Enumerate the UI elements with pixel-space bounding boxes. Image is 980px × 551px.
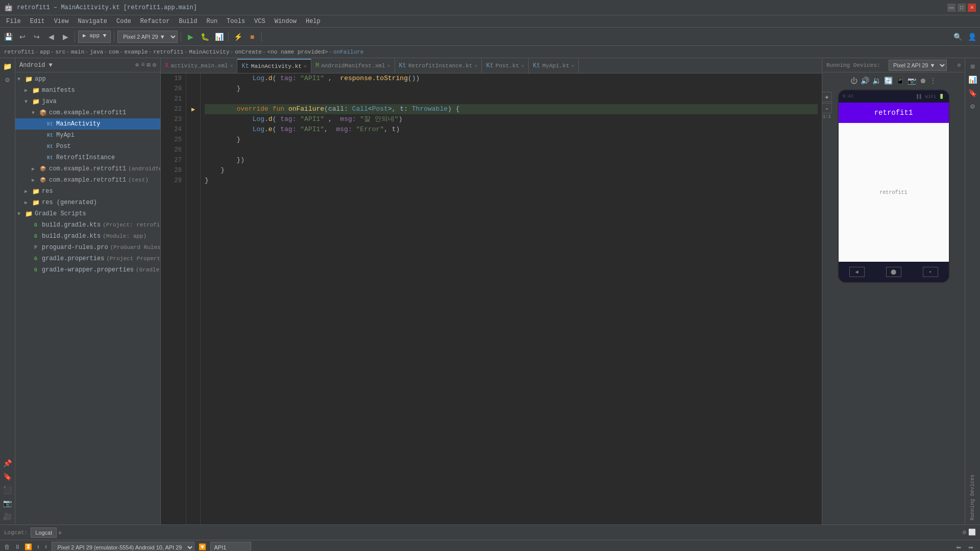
tree-item-build-gradle-project[interactable]: G build.gradle.kts (Project: retrofit1) xyxy=(15,219,160,231)
breadcrumb-item-3[interactable]: main xyxy=(71,49,84,55)
toolbar-apply-changes-btn[interactable]: ⚡ xyxy=(232,31,244,43)
logcat-icon-1[interactable]: ⬅ xyxy=(953,542,964,552)
breadcrumb-item-8[interactable]: MainActivity xyxy=(189,49,229,55)
project-panel-icon-gear[interactable]: ⚙ xyxy=(153,61,156,69)
close-button[interactable]: ✕ xyxy=(968,4,976,12)
device-back-btn[interactable]: ◀ xyxy=(849,267,865,277)
tree-item-java[interactable]: ▼ 📁 java xyxy=(15,96,160,107)
minimize-button[interactable]: — xyxy=(947,4,955,12)
tree-item-package[interactable]: ▼ 📦 com.example.retrofit1 xyxy=(15,107,160,118)
tree-item-app[interactable]: ▼ 📁 app xyxy=(15,73,160,85)
breadcrumb-item-active[interactable]: onFailure xyxy=(333,49,363,55)
right-icon-3[interactable]: 🔖 xyxy=(967,87,979,99)
tree-item-retrofitinstance[interactable]: Kt RetrofitInstance xyxy=(15,152,160,163)
device-home-btn[interactable]: ⬤ xyxy=(886,267,901,277)
menu-item-build[interactable]: Build xyxy=(175,17,201,26)
toolbar-profile-btn[interactable]: 📊 xyxy=(213,31,225,43)
menu-item-view[interactable]: View xyxy=(50,17,73,26)
code-editor[interactable]: 19 20 21 22 23 24 25 26 27 28 29 ▶ xyxy=(161,73,822,524)
right-panel-settings-icon[interactable]: ⚙ xyxy=(957,62,961,68)
toolbar-back-btn[interactable]: ◀ xyxy=(45,31,57,43)
breakpoint-icon[interactable]: ▶ xyxy=(191,106,195,113)
toolbar-undo-btn[interactable]: ↩ xyxy=(16,31,29,43)
device-rotate-icon[interactable]: 🔄 xyxy=(884,77,893,85)
tree-item-post[interactable]: Kt Post xyxy=(15,141,160,152)
bottom-settings-icon[interactable]: ⚙ xyxy=(963,529,966,536)
breadcrumb-item-4[interactable]: java xyxy=(90,49,103,55)
toolbar-run-btn[interactable]: ▶ xyxy=(184,31,197,43)
breadcrumb-item-9[interactable]: onCreate xyxy=(235,49,262,55)
menu-item-tools[interactable]: Tools xyxy=(223,17,249,26)
menu-item-vcs[interactable]: VCS xyxy=(250,17,270,26)
menu-item-edit[interactable]: Edit xyxy=(26,17,49,26)
breadcrumb-item-1[interactable]: app xyxy=(40,49,50,55)
tab-activity-main-xml[interactable]: X activity_main.xml ✕ xyxy=(161,59,237,73)
menu-item-window[interactable]: Window xyxy=(271,17,301,26)
right-icon-2[interactable]: 📊 xyxy=(967,73,979,86)
tree-item-gradle-scripts[interactable]: ▼ 📁 Gradle Scripts xyxy=(15,208,160,219)
add-logcat-tab-btn[interactable]: + xyxy=(58,529,62,537)
tab-mainactivity-kt[interactable]: Kt MainActivity.kt ✕ xyxy=(237,59,311,73)
activity-bottom2-icon[interactable]: 🔖 xyxy=(2,470,14,483)
tree-item-proguard[interactable]: P proguard-rules.pro (ProGuard Rules for… xyxy=(15,242,160,253)
device-volume-down-icon[interactable]: 🔉 xyxy=(872,77,881,85)
activity-bottom5-icon[interactable]: 🎥 xyxy=(2,510,14,522)
tree-item-manifests[interactable]: ▶ 📁 manifests xyxy=(15,85,160,96)
logcat-icon-2[interactable]: ➡ xyxy=(966,542,976,552)
code-content[interactable]: Log.d( tag: "API1" , response.toString()… xyxy=(201,73,822,524)
toolbar-search-btn[interactable]: 🔍 xyxy=(951,31,964,43)
device-filter-select[interactable]: Pixel 2 API 29 (emulator-5554) Android 1… xyxy=(52,542,194,552)
zoom-out-btn[interactable]: - xyxy=(822,103,832,113)
toolbar-device-select[interactable]: Pixel 2 API 29 ▼ xyxy=(117,31,178,43)
device-power-icon[interactable]: ⏻ xyxy=(850,77,857,85)
tree-item-androidtest[interactable]: ▶ 📦 com.example.retrofit1 (androidTest) xyxy=(15,163,160,174)
right-icon-4[interactable]: ⚙ xyxy=(967,100,979,112)
activity-commit-icon[interactable]: ⚙ xyxy=(2,73,14,86)
breadcrumb-item-5[interactable]: com xyxy=(109,49,119,55)
logcat-clear-icon[interactable]: 🗑 xyxy=(4,543,10,551)
project-panel-icon-view[interactable]: ⊞ xyxy=(147,61,151,69)
project-panel-title[interactable]: Android ▼ xyxy=(19,62,53,69)
tab-androidmanifest-xml[interactable]: M AndroidManifest.xml ✕ xyxy=(311,59,395,73)
toolbar-account-btn[interactable]: 👤 xyxy=(966,31,978,43)
tree-item-res[interactable]: ▶ 📁 res xyxy=(15,186,160,197)
breadcrumb-item-2[interactable]: src xyxy=(55,49,65,55)
logcat-tab-btn[interactable]: Logcat xyxy=(31,528,57,538)
tree-item-mainactivity[interactable]: Kt MainActivity xyxy=(15,118,160,130)
logcat-filter-input[interactable] xyxy=(210,542,251,552)
breadcrumb-item-10[interactable]: <no name provided> xyxy=(267,49,328,55)
logcat-up-icon[interactable]: ⬆ xyxy=(36,543,40,551)
toolbar-stop-btn[interactable]: ■ xyxy=(246,31,258,43)
tab-myapi-kt[interactable]: Kt MyApi.kt ✕ xyxy=(529,59,579,73)
tab-post-kt[interactable]: Kt Post.kt ✕ xyxy=(482,59,529,73)
breadcrumb-item-7[interactable]: retrofit1 xyxy=(153,49,183,55)
tree-item-myapi[interactable]: Kt MyApi xyxy=(15,130,160,141)
tree-item-test[interactable]: ▶ 📦 com.example.retrofit1 (test) xyxy=(15,174,160,186)
device-screenshot-icon[interactable]: 📷 xyxy=(908,77,916,85)
tree-item-build-gradle-module[interactable]: G build.gradle.kts (Module: app) xyxy=(15,231,160,242)
menu-item-code[interactable]: Code xyxy=(112,17,135,26)
logcat-scroll-icon[interactable]: ⏬ xyxy=(24,543,32,551)
tree-item-gradle-wrapper[interactable]: G gradle-wrapper.properties (Gradle Vers… xyxy=(15,264,160,276)
logcat-down-icon[interactable]: ⬇ xyxy=(44,543,47,551)
device-more-icon[interactable]: ⋮ xyxy=(929,77,937,85)
menu-item-navigate[interactable]: Navigate xyxy=(74,17,111,26)
running-devices-select[interactable]: Pixel 2 API 29 ▼ xyxy=(889,60,947,71)
menu-item-run[interactable]: Run xyxy=(202,17,222,26)
activity-project-icon[interactable]: 📁 xyxy=(2,60,14,72)
logcat-pause-icon[interactable]: ⏸ xyxy=(14,543,20,551)
menu-item-help[interactable]: Help xyxy=(302,17,325,26)
menu-item-refactor[interactable]: Refactor xyxy=(136,17,174,26)
toolbar-forward-btn[interactable]: ▶ xyxy=(59,31,71,43)
bottom-maximize-icon[interactable]: ⬜ xyxy=(968,529,976,536)
device-fold-icon[interactable]: 📱 xyxy=(896,77,904,85)
tab-retrofitinstance-kt[interactable]: Kt RetrofitInstance.kt ✕ xyxy=(395,59,482,73)
activity-bottom3-icon[interactable]: ⬛ xyxy=(2,484,14,496)
toolbar-debug-btn[interactable]: 🐛 xyxy=(199,31,211,43)
device-recent-btn[interactable]: ▪ xyxy=(923,267,938,277)
tree-item-res-generated[interactable]: ▶ 📁 res (generated) xyxy=(15,197,160,208)
activity-bottom1-icon[interactable]: 📌 xyxy=(2,457,14,469)
activity-bottom4-icon[interactable]: 📷 xyxy=(2,497,14,509)
breadcrumb-item-0[interactable]: retrofit1 xyxy=(4,49,34,55)
toolbar-save-btn[interactable]: 💾 xyxy=(2,31,14,43)
